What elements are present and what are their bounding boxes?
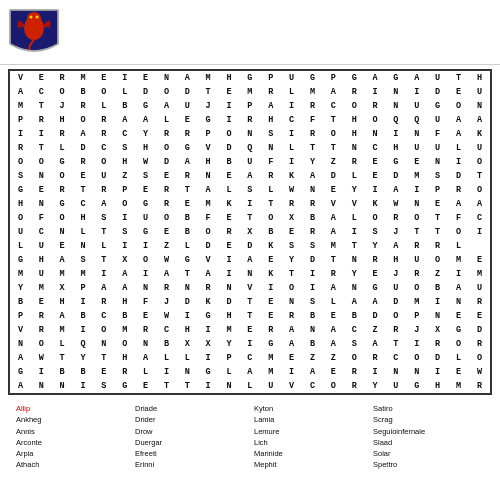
grid-cell: E: [281, 351, 302, 365]
grid-cell: E: [177, 197, 198, 211]
grid-cell: N: [10, 337, 31, 351]
grid-cell: N: [344, 281, 365, 295]
grid-cell: R: [156, 197, 177, 211]
grid-cell: V: [281, 379, 302, 393]
grid-cell: R: [93, 295, 114, 309]
grid-cell: S: [93, 379, 114, 393]
grid-cell: A: [448, 281, 469, 295]
grid-cell: L: [344, 169, 365, 183]
grid-cell: X: [281, 211, 302, 225]
grid-cell: O: [10, 211, 31, 225]
grid-cell: N: [302, 323, 323, 337]
grid-cell: B: [73, 309, 94, 323]
grid-cell: M: [73, 267, 94, 281]
grid-cell: G: [406, 379, 427, 393]
grid-cell: I: [114, 239, 135, 253]
grid-cell: A: [365, 295, 386, 309]
grid-cell: M: [10, 99, 31, 113]
grid-cell: O: [365, 211, 386, 225]
grid-cell: T: [427, 211, 448, 225]
grid-cell: I: [114, 71, 135, 85]
grid-cell: N: [31, 197, 52, 211]
grid-cell: O: [344, 351, 365, 365]
grid-cell: G: [365, 281, 386, 295]
grid-cell: I: [281, 155, 302, 169]
grid-cell: U: [260, 379, 281, 393]
grid-cell: T: [239, 309, 260, 323]
grid-cell: E: [156, 169, 177, 183]
grid-cell: T: [239, 295, 260, 309]
grid-cell: S: [114, 141, 135, 155]
grid-cell: T: [93, 225, 114, 239]
grid-cell: I: [135, 239, 156, 253]
grid-cell: I: [406, 337, 427, 351]
grid-cell: O: [114, 197, 135, 211]
grid-cell: R: [344, 155, 365, 169]
grid-cell: L: [219, 183, 240, 197]
grid-cell: U: [31, 267, 52, 281]
grid-cell: F: [427, 127, 448, 141]
grid-cell: L: [344, 211, 365, 225]
grid-cell: A: [260, 99, 281, 113]
grid-cell: K: [365, 197, 386, 211]
grid-cell: O: [93, 323, 114, 337]
grid-cell: U: [427, 71, 448, 85]
grid-cell: Z: [365, 323, 386, 337]
grid-cell: I: [31, 127, 52, 141]
grid-cell: O: [323, 127, 344, 141]
grid-cell: O: [73, 113, 94, 127]
grid-cell: V: [198, 253, 219, 267]
grid-cell: M: [219, 323, 240, 337]
grid-cell: R: [239, 113, 260, 127]
grid-cell: O: [469, 155, 490, 169]
grid-cell: I: [448, 267, 469, 281]
grid-cell: T: [73, 183, 94, 197]
grid-cell: B: [302, 309, 323, 323]
grid-cell: R: [469, 337, 490, 351]
grid-cell: F: [31, 211, 52, 225]
grid-cell: B: [302, 337, 323, 351]
grid-cell: U: [469, 281, 490, 295]
grid-cell: R: [406, 267, 427, 281]
main-content: VERMEIENAMHGPUGPGAGAUTHACOBOLDODTEMRLMAR…: [0, 65, 500, 477]
grid-cell: I: [281, 99, 302, 113]
grid-cell: A: [114, 281, 135, 295]
grid-cell: D: [385, 295, 406, 309]
grid-cell: R: [365, 351, 386, 365]
grid-cell: R: [260, 323, 281, 337]
grid-cell: L: [323, 295, 344, 309]
grid-cell: O: [469, 351, 490, 365]
grid-cell: I: [406, 183, 427, 197]
grid-cell: [469, 239, 490, 253]
grid-cell: T: [93, 351, 114, 365]
grid-cell: I: [177, 309, 198, 323]
grid-cell: R: [156, 281, 177, 295]
grid-cell: R: [52, 183, 73, 197]
grid-cell: O: [448, 225, 469, 239]
grid-cell: R: [448, 183, 469, 197]
grid-cell: C: [281, 113, 302, 127]
grid-cell: D: [156, 155, 177, 169]
grid-cell: E: [31, 183, 52, 197]
grid-cell: I: [73, 295, 94, 309]
grid-cell: A: [448, 197, 469, 211]
word-item: Lemure: [254, 426, 365, 437]
svg-point-1: [27, 12, 41, 24]
grid-cell: B: [344, 309, 365, 323]
grid-cell: R: [406, 239, 427, 253]
logo-area: [8, 6, 60, 58]
grid-cell: G: [385, 155, 406, 169]
grid-cell: R: [114, 365, 135, 379]
grid-cell: Y: [302, 155, 323, 169]
grid-cell: V: [344, 197, 365, 211]
grid-cell: Y: [365, 379, 386, 393]
grid-cell: A: [302, 169, 323, 183]
grid-cell: G: [52, 197, 73, 211]
word-item: Seguioinfernale: [373, 426, 484, 437]
grid-cell: D: [448, 169, 469, 183]
grid-cell: M: [448, 379, 469, 393]
grid-cell: R: [177, 169, 198, 183]
grid-cell: L: [260, 183, 281, 197]
word-item: Efreeti: [135, 448, 246, 459]
grid-cell: S: [365, 225, 386, 239]
